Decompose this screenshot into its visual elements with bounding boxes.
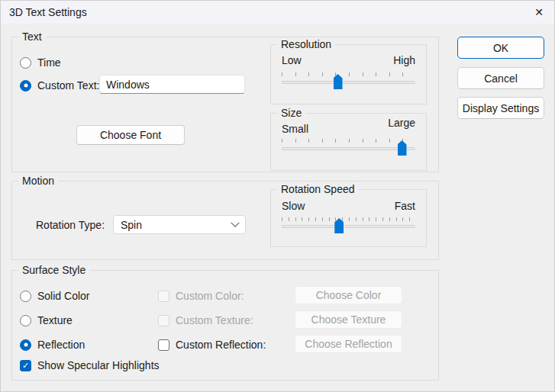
resolution-slider-track <box>282 81 415 84</box>
show-specular-checkbox-row[interactable]: ✓ Show Specular Highlights <box>20 359 160 371</box>
size-group: Size Small Large <box>270 113 427 171</box>
rotation-speed-slider-track <box>282 225 415 228</box>
custom-texture-label: Custom Texture: <box>176 314 253 326</box>
texture-radio[interactable] <box>20 315 31 326</box>
resolution-slider[interactable] <box>282 74 415 91</box>
custom-color-label: Custom Color: <box>176 290 244 302</box>
custom-reflection-label: Custom Reflection: <box>176 339 266 351</box>
solid-color-radio-label: Solid Color <box>37 290 89 302</box>
rotation-speed-max-label: Fast <box>395 200 415 212</box>
time-radio[interactable] <box>20 57 31 69</box>
rotation-type-value: Spin <box>121 219 232 231</box>
window-title: 3D Text Settings <box>9 1 87 24</box>
custom-color-checkbox <box>158 291 169 302</box>
show-specular-label: Show Specular Highlights <box>37 359 160 371</box>
resolution-min-label: Low <box>282 54 302 66</box>
rotation-speed-group-label: Rotation Speed <box>277 183 359 195</box>
size-max-label: Large <box>388 117 415 129</box>
size-slider-track <box>282 147 415 150</box>
time-radio-row[interactable]: Time <box>20 56 61 69</box>
custom-color-checkbox-row: Custom Color: <box>158 290 244 302</box>
surface-style-group: Surface Style Solid Color Texture Reflec… <box>11 270 439 381</box>
texture-radio-row[interactable]: Texture <box>20 314 73 326</box>
cancel-button[interactable]: Cancel <box>457 67 544 89</box>
time-radio-label: Time <box>37 56 61 69</box>
custom-texture-checkbox-row: Custom Texture: <box>158 314 253 326</box>
resolution-group-label: Resolution <box>277 38 335 50</box>
custom-texture-checkbox <box>158 315 169 326</box>
ok-button[interactable]: OK <box>457 37 544 59</box>
resolution-max-label: High <box>393 54 415 66</box>
size-group-label: Size <box>277 107 305 119</box>
choose-texture-button: Choose Texture <box>295 310 402 329</box>
solid-color-radio[interactable] <box>20 291 31 302</box>
reflection-radio[interactable] <box>20 339 31 351</box>
reflection-radio-label: Reflection <box>37 339 85 351</box>
custom-text-radio[interactable] <box>20 80 31 92</box>
size-slider-thumb[interactable] <box>398 140 407 156</box>
rotation-speed-group: Rotation Speed Slow Fast <box>270 189 427 247</box>
rotation-speed-min-label: Slow <box>282 200 305 212</box>
custom-reflection-checkbox[interactable] <box>158 339 169 351</box>
choose-font-button[interactable]: Choose Font <box>76 125 185 145</box>
text-group-label: Text <box>18 31 46 43</box>
custom-text-input[interactable] <box>99 75 245 94</box>
show-specular-checkbox[interactable]: ✓ <box>20 360 31 371</box>
surface-style-group-label: Surface Style <box>18 264 89 276</box>
texture-radio-label: Texture <box>37 314 73 326</box>
rotation-type-select[interactable]: Spin <box>113 215 246 234</box>
choose-reflection-button: Choose Reflection <box>295 335 402 353</box>
rotation-speed-slider-thumb[interactable] <box>334 218 344 233</box>
resolution-group: Resolution Low High <box>270 44 427 104</box>
motion-group-label: Motion <box>18 175 58 187</box>
custom-reflection-checkbox-row[interactable]: Custom Reflection: <box>158 339 266 351</box>
custom-text-radio-label: Custom Text: <box>37 79 99 92</box>
resolution-slider-thumb[interactable] <box>334 74 343 89</box>
titlebar: 3D Text Settings ✕ <box>1 1 555 24</box>
custom-text-radio-row[interactable]: Custom Text: <box>20 79 99 92</box>
size-slider[interactable] <box>282 140 415 157</box>
size-min-label: Small <box>282 123 308 135</box>
chevron-down-icon <box>231 218 239 227</box>
rotation-speed-slider[interactable] <box>282 218 415 235</box>
solid-color-radio-row[interactable]: Solid Color <box>20 290 89 302</box>
rotation-type-label: Rotation Type: <box>36 219 105 231</box>
3d-text-settings-dialog: 3D Text Settings ✕ OK Cancel Display Set… <box>0 0 555 392</box>
close-icon[interactable]: ✕ <box>527 3 551 21</box>
choose-color-button: Choose Color <box>295 286 402 304</box>
reflection-radio-row[interactable]: Reflection <box>20 339 85 351</box>
display-settings-button[interactable]: Display Settings <box>457 97 544 119</box>
